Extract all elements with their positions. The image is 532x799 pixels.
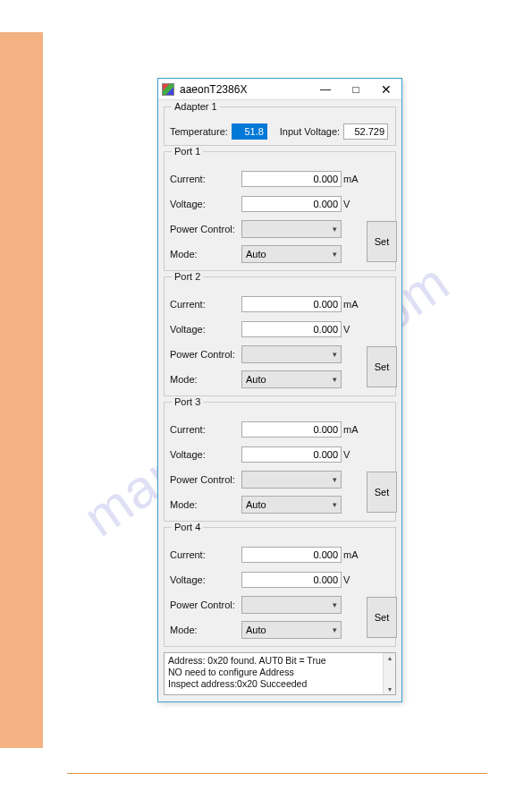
chevron-down-icon: ▾ [333, 625, 337, 634]
log-scrollbar[interactable]: ▴ ▾ [383, 653, 395, 694]
mode-combo[interactable]: Auto▾ [241, 496, 342, 514]
voltage-label: Voltage: [170, 449, 240, 460]
current-unit: mA [343, 424, 365, 435]
adapter-group: Adapter 1 Temperature: 51.8 Input Voltag… [164, 106, 396, 146]
titlebar[interactable]: aaeonT2386X — □ ✕ [158, 79, 401, 100]
current-label: Current: [170, 174, 240, 184]
window-controls: — □ ✕ [310, 79, 401, 99]
close-button[interactable]: ✕ [371, 79, 401, 99]
log-line: Address: 0x20 found. AUT0 Bit = True [168, 655, 379, 667]
voltage-unit: V [343, 449, 365, 460]
current-unit: mA [343, 174, 365, 184]
voltage-field[interactable]: 0.000 [241, 572, 342, 588]
scroll-down-icon[interactable]: ▾ [388, 685, 392, 693]
log-line: NO need to configure Address [168, 667, 379, 678]
port-group-2: Port 2Current:0.000mAVoltage:0.000VPower… [164, 276, 396, 396]
temperature-field[interactable]: 51.8 [232, 123, 267, 140]
minimize-button[interactable]: — [310, 79, 341, 99]
current-label: Current: [170, 299, 240, 310]
app-window: aaeonT2386X — □ ✕ Adapter 1 Temperature:… [157, 78, 402, 702]
adapter-title: Adapter 1 [172, 101, 220, 112]
port-title: Port 3 [172, 396, 203, 407]
chevron-down-icon: ▾ [333, 475, 337, 484]
voltage-field[interactable]: 0.000 [241, 196, 342, 212]
power-control-combo[interactable]: ▾ [241, 220, 342, 238]
voltage-field[interactable]: 0.000 [241, 446, 342, 463]
port-title: Port 4 [172, 522, 203, 532]
voltage-label: Voltage: [170, 199, 240, 209]
page-sidebar-accent [0, 32, 43, 748]
chevron-down-icon: ▾ [333, 375, 337, 384]
port-title: Port 2 [172, 271, 203, 282]
set-button[interactable]: Set [367, 346, 397, 387]
mode-label: Mode: [170, 499, 240, 510]
current-field[interactable]: 0.000 [241, 296, 342, 312]
voltage-unit: V [343, 324, 365, 335]
voltage-label: Voltage: [170, 574, 240, 585]
power-control-combo[interactable]: ▾ [241, 596, 342, 614]
power-control-label: Power Control: [170, 474, 240, 485]
voltage-field[interactable]: 0.000 [241, 321, 342, 337]
current-field[interactable]: 0.000 [241, 171, 342, 187]
mode-label: Mode: [170, 374, 240, 385]
current-field[interactable]: 0.000 [241, 421, 342, 438]
power-control-combo[interactable]: ▾ [241, 345, 342, 363]
port-group-1: Port 1Current:0.000mAVoltage:0.000VPower… [164, 151, 396, 271]
port-title: Port 1 [172, 146, 203, 157]
footer-divider [67, 773, 487, 774]
input-voltage-label: Input Voltage: [280, 126, 340, 137]
current-label: Current: [170, 424, 240, 435]
window-body: Adapter 1 Temperature: 51.8 Input Voltag… [158, 100, 401, 701]
chevron-down-icon: ▾ [333, 225, 337, 234]
port-group-4: Port 4Current:0.000mAVoltage:0.000VPower… [164, 527, 396, 647]
input-voltage-field[interactable]: 52.729 [343, 123, 388, 140]
temperature-value: 51.8 [232, 124, 266, 139]
port-group-3: Port 3Current:0.000mAVoltage:0.000VPower… [164, 402, 396, 522]
set-button[interactable]: Set [367, 472, 397, 513]
mode-combo[interactable]: Auto▾ [241, 621, 342, 639]
chevron-down-icon: ▾ [333, 250, 337, 259]
chevron-down-icon: ▾ [333, 600, 337, 609]
power-control-label: Power Control: [170, 599, 240, 610]
mode-label: Mode: [170, 249, 240, 259]
power-control-label: Power Control: [170, 349, 240, 360]
chevron-down-icon: ▾ [333, 500, 337, 509]
mode-combo[interactable]: Auto▾ [241, 245, 342, 263]
voltage-label: Voltage: [170, 324, 240, 335]
power-control-label: Power Control: [170, 224, 240, 234]
mode-combo[interactable]: Auto▾ [241, 370, 342, 388]
maximize-button[interactable]: □ [341, 79, 371, 99]
app-icon [162, 83, 174, 96]
log-output: Address: 0x20 found. AUT0 Bit = True NO … [164, 652, 396, 695]
power-control-combo[interactable]: ▾ [241, 471, 342, 489]
voltage-unit: V [343, 199, 365, 209]
window-title: aaeonT2386X [180, 83, 310, 96]
current-unit: mA [343, 549, 365, 560]
mode-label: Mode: [170, 625, 240, 635]
scroll-up-icon[interactable]: ▴ [388, 654, 392, 662]
set-button[interactable]: Set [367, 597, 397, 638]
current-unit: mA [343, 299, 365, 310]
set-button[interactable]: Set [367, 221, 397, 262]
voltage-unit: V [343, 574, 365, 585]
log-text[interactable]: Address: 0x20 found. AUT0 Bit = True NO … [165, 653, 383, 694]
current-label: Current: [170, 549, 240, 560]
temperature-label: Temperature: [170, 126, 228, 137]
log-line: Inspect address:0x20 Succeeded [168, 678, 379, 690]
chevron-down-icon: ▾ [333, 350, 337, 359]
current-field[interactable]: 0.000 [241, 547, 342, 563]
